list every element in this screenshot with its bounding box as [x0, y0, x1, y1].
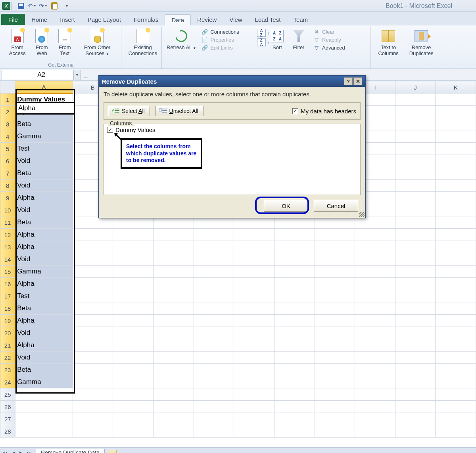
cell[interactable]: [436, 401, 476, 413]
cell[interactable]: [315, 266, 355, 278]
cell[interactable]: [113, 425, 154, 438]
row-header[interactable]: 1: [0, 94, 15, 106]
cell[interactable]: [234, 327, 274, 339]
cell[interactable]: Alpha: [15, 192, 73, 204]
cell[interactable]: [153, 241, 194, 253]
row-header[interactable]: 4: [0, 130, 15, 143]
namebox-dropdown[interactable]: ▼: [73, 70, 81, 80]
cell[interactable]: [113, 302, 154, 315]
cell[interactable]: [194, 278, 234, 290]
cell[interactable]: [73, 352, 113, 364]
cell[interactable]: [274, 388, 315, 401]
cell[interactable]: [395, 376, 436, 388]
cell[interactable]: [436, 413, 476, 425]
cell[interactable]: [194, 266, 234, 278]
cell[interactable]: [234, 413, 274, 425]
cell[interactable]: [355, 327, 395, 339]
tab-page-layout[interactable]: Page Layout: [81, 14, 127, 25]
cell[interactable]: [194, 339, 234, 352]
cell[interactable]: Dummy Values: [15, 94, 73, 106]
cell[interactable]: [153, 376, 194, 388]
cell[interactable]: [153, 425, 194, 438]
cell[interactable]: [436, 253, 476, 266]
cell[interactable]: [274, 315, 315, 327]
cell[interactable]: [395, 278, 436, 290]
unselect-all-button[interactable]: Unselect All: [155, 106, 203, 116]
cell[interactable]: [274, 253, 315, 266]
cell[interactable]: [73, 413, 113, 425]
cell[interactable]: [355, 290, 395, 302]
sheet-nav-next[interactable]: ▶: [17, 449, 25, 453]
new-sheet-button[interactable]: [108, 450, 117, 453]
cell[interactable]: [234, 253, 274, 266]
cell[interactable]: [274, 425, 315, 438]
cell[interactable]: Gamma: [15, 376, 73, 388]
cell[interactable]: [436, 118, 476, 130]
cell[interactable]: Beta: [15, 302, 73, 315]
row-header[interactable]: 17: [0, 290, 15, 302]
cell[interactable]: [274, 290, 315, 302]
btn-text-to-columns[interactable]: Text to Columns: [374, 27, 403, 69]
cell[interactable]: [315, 327, 355, 339]
cell[interactable]: [234, 229, 274, 241]
row-header[interactable]: 25: [0, 388, 15, 401]
cell[interactable]: [355, 388, 395, 401]
cell[interactable]: [113, 241, 154, 253]
sheet-nav-prev[interactable]: ◀: [10, 449, 17, 453]
cell[interactable]: [274, 376, 315, 388]
cell[interactable]: [395, 216, 436, 229]
cell[interactable]: [315, 302, 355, 315]
cell[interactable]: [395, 327, 436, 339]
btn-refresh-all[interactable]: Refresh All ▼: [165, 27, 198, 69]
cell[interactable]: [194, 425, 234, 438]
row-header[interactable]: 24: [0, 376, 15, 388]
cell[interactable]: [395, 229, 436, 241]
tab-view[interactable]: View: [223, 14, 248, 25]
cell[interactable]: [73, 302, 113, 315]
cell[interactable]: [315, 278, 355, 290]
btn-sort-az[interactable]: AZ: [257, 29, 266, 37]
row-header[interactable]: 5: [0, 143, 15, 155]
cell[interactable]: [194, 229, 234, 241]
cell[interactable]: [355, 253, 395, 266]
cell[interactable]: [234, 352, 274, 364]
cell[interactable]: Beta: [15, 167, 73, 180]
cell[interactable]: [436, 278, 476, 290]
cell[interactable]: [436, 425, 476, 438]
cell[interactable]: [395, 315, 436, 327]
cell[interactable]: [153, 290, 194, 302]
cell[interactable]: Test: [15, 290, 73, 302]
cell[interactable]: [153, 278, 194, 290]
dialog-titlebar[interactable]: Remove Duplicates ? ✕: [99, 76, 365, 87]
cell[interactable]: [395, 143, 436, 155]
cell[interactable]: Void: [15, 327, 73, 339]
cell[interactable]: [113, 327, 154, 339]
cell[interactable]: [15, 425, 73, 438]
cell[interactable]: [73, 253, 113, 266]
cell[interactable]: [194, 315, 234, 327]
cell[interactable]: [395, 155, 436, 167]
cell[interactable]: [355, 229, 395, 241]
cell[interactable]: [315, 352, 355, 364]
cell[interactable]: [194, 352, 234, 364]
cell[interactable]: [113, 376, 154, 388]
cell[interactable]: [153, 315, 194, 327]
cell[interactable]: [395, 167, 436, 180]
tab-insert[interactable]: Insert: [54, 14, 81, 25]
btn-existing-connections[interactable]: Existing Connections: [125, 27, 161, 69]
row-header[interactable]: 6: [0, 155, 15, 167]
cell[interactable]: [436, 290, 476, 302]
cell[interactable]: [234, 339, 274, 352]
cell[interactable]: [113, 266, 154, 278]
cell[interactable]: [395, 352, 436, 364]
cell[interactable]: [73, 278, 113, 290]
cell[interactable]: [315, 339, 355, 352]
cell[interactable]: Gamma: [15, 130, 73, 143]
cell[interactable]: [395, 339, 436, 352]
resize-grip[interactable]: [359, 212, 365, 217]
cell[interactable]: [395, 302, 436, 315]
cell[interactable]: [274, 229, 315, 241]
cell[interactable]: [355, 315, 395, 327]
cell[interactable]: [153, 339, 194, 352]
cell[interactable]: Void: [15, 155, 73, 167]
